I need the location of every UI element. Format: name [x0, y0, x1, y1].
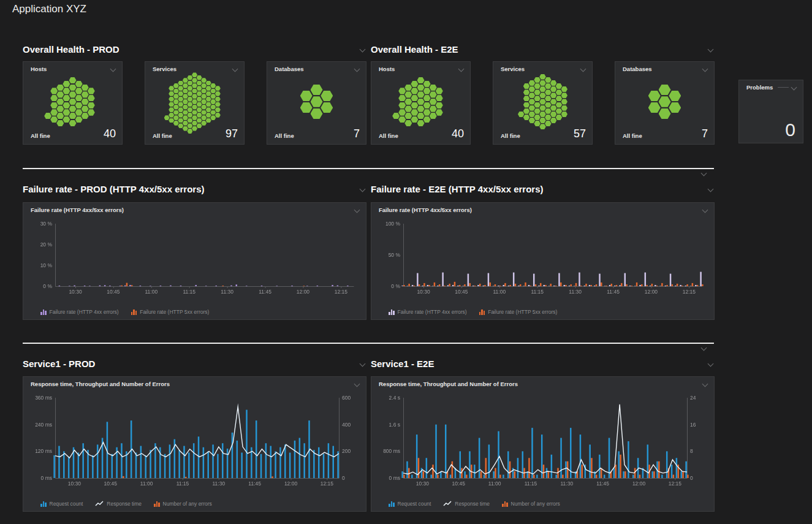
healthy-hexagon — [539, 93, 546, 98]
chart-title: Response time, Throughput and Number of … — [379, 381, 518, 387]
chevron-down-icon[interactable] — [354, 66, 361, 72]
chart-tile-failure-prod: Failure rate (HTTP 4xx/5xx errors) Failu… — [23, 202, 366, 320]
legend-item[interactable]: Failure rate (HTTP 4xx errors) — [40, 309, 119, 315]
healthy-hexagon — [523, 115, 530, 120]
honeycomb-chart — [272, 77, 361, 127]
legend-item[interactable]: Failure rate (HTTP 4xx errors) — [389, 309, 467, 315]
healthy-hexagon — [88, 109, 95, 115]
health-tile-services-prod[interactable]: Services All fine97 — [145, 61, 245, 145]
healthy-hexagon — [169, 102, 174, 107]
chevron-down-icon[interactable] — [359, 47, 366, 53]
healthy-hexagon — [75, 102, 83, 108]
healthy-hexagon — [75, 95, 83, 101]
healthy-hexagon — [183, 99, 188, 104]
bar-series-icon — [389, 501, 395, 507]
status-text: All fine — [31, 132, 50, 139]
chevron-down-icon[interactable] — [359, 186, 366, 192]
healthy-hexagon — [534, 102, 541, 108]
healthy-hexagon — [173, 94, 179, 99]
chevron-down-icon[interactable] — [359, 361, 366, 367]
legend-item[interactable]: Response time — [95, 501, 142, 507]
healthy-hexagon — [201, 110, 207, 115]
chevron-down-icon[interactable] — [458, 66, 465, 72]
healthy-hexagon — [404, 99, 412, 105]
legend-item[interactable]: Failure rate (HTTP 5xx errors) — [479, 309, 558, 315]
chevron-down-icon[interactable] — [702, 66, 709, 72]
healthy-hexagon — [648, 91, 661, 101]
chevron-down-icon[interactable] — [232, 66, 239, 72]
healthy-hexagon — [206, 118, 211, 123]
legend-item[interactable]: Number of any errors — [154, 501, 212, 507]
health-tile-hosts-e2e[interactable]: Hosts All fine40 — [371, 61, 471, 145]
healthy-hexagon — [523, 108, 530, 114]
healthy-hexagon — [178, 86, 183, 91]
healthy-hexagon — [534, 121, 541, 126]
health-tile-hosts-prod[interactable]: Hosts All fine40 — [23, 61, 123, 145]
legend-item[interactable]: Request count — [389, 501, 431, 507]
healthy-hexagon — [75, 88, 83, 94]
healthy-hexagon — [183, 121, 188, 126]
healthy-hexagon — [215, 97, 221, 102]
chevron-down-icon[interactable] — [700, 345, 708, 351]
legend-item[interactable]: Request count — [40, 501, 83, 507]
chevron-down-icon[interactable] — [702, 381, 709, 387]
healthy-hexagon — [539, 86, 546, 92]
section-header-overall-health-prod: Overall Health - PROD — [23, 44, 366, 55]
legend-label: Failure rate (HTTP 4xx errors) — [50, 309, 119, 315]
healthy-hexagon — [529, 86, 536, 92]
healthy-hexagon — [69, 77, 77, 83]
healthy-hexagon — [669, 91, 681, 101]
legend-label: Failure rate (HTTP 4xx errors) — [398, 309, 467, 315]
health-tile-services-e2e[interactable]: Services All fine57 — [493, 61, 593, 145]
chevron-down-icon[interactable] — [791, 85, 798, 91]
honeycomb-chart — [376, 77, 465, 127]
legend-item[interactable]: Response time — [443, 501, 490, 507]
service1-prod-chart[interactable] — [27, 392, 362, 489]
healthy-hexagon — [197, 102, 202, 107]
status-text: All fine — [501, 132, 520, 139]
failure-rate-prod-chart[interactable] — [27, 218, 362, 297]
chevron-down-icon[interactable] — [707, 361, 715, 367]
legend-label: Number of any errors — [511, 501, 560, 507]
healthy-hexagon — [82, 91, 89, 97]
healthy-hexagon — [550, 99, 557, 104]
health-tile-databases-e2e[interactable]: Databases All fine7 — [615, 61, 715, 145]
section-divider — [23, 343, 714, 344]
healthy-hexagon — [545, 121, 552, 126]
failure-rate-e2e-chart[interactable] — [375, 218, 710, 297]
bar-series-icon — [40, 309, 47, 315]
healthy-hexagon — [63, 109, 70, 115]
healthy-hexagon — [417, 85, 425, 91]
chevron-down-icon[interactable] — [354, 207, 361, 213]
healthy-hexagon — [187, 107, 192, 112]
chevron-down-icon[interactable] — [707, 186, 715, 192]
chevron-down-icon[interactable] — [707, 47, 715, 53]
chevron-down-icon[interactable] — [110, 66, 117, 72]
healthy-hexagon — [215, 107, 221, 112]
section-header-overall-health-e2e: Overall Health - E2E — [371, 44, 715, 55]
healthy-hexagon — [534, 96, 541, 101]
health-tile-databases-prod[interactable]: Databases All fine7 — [267, 61, 366, 145]
legend-item[interactable]: Failure rate (HTTP 5xx errors) — [131, 309, 210, 315]
healthy-hexagon — [556, 108, 563, 114]
entity-count: 7 — [702, 128, 708, 139]
healthy-hexagon — [659, 96, 671, 107]
healthy-hexagon — [417, 91, 425, 97]
healthy-hexagon — [197, 75, 202, 80]
legend-item[interactable]: Number of any errors — [502, 501, 560, 507]
line-series-icon — [443, 501, 452, 507]
service1-e2e-chart[interactable] — [375, 392, 710, 489]
healthy-hexagon — [82, 113, 89, 119]
healthy-hexagon — [173, 99, 179, 104]
chevron-down-icon[interactable] — [702, 207, 709, 213]
chevron-down-icon[interactable] — [700, 170, 708, 177]
healthy-hexagon — [197, 113, 202, 118]
healthy-hexagon — [545, 102, 552, 108]
healthy-hexagon — [210, 89, 216, 94]
problems-tile[interactable]: Problems 0 — [738, 80, 803, 143]
chevron-down-icon[interactable] — [580, 66, 587, 72]
healthy-hexagon — [556, 115, 563, 120]
chevron-down-icon[interactable] — [354, 381, 361, 387]
healthy-hexagon — [206, 107, 211, 112]
healthy-hexagon — [404, 85, 412, 91]
